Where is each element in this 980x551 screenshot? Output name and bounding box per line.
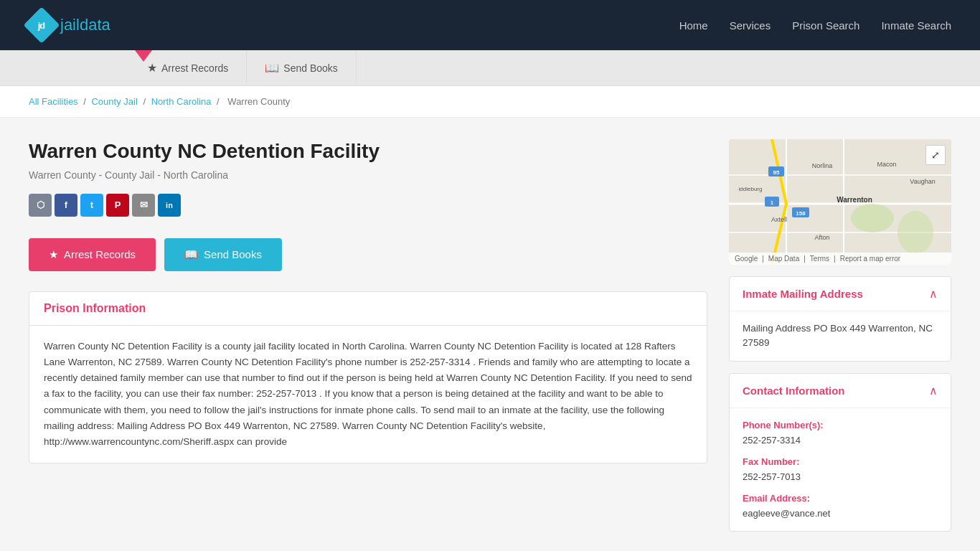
email-address-value: eagleeve@vance.net bbox=[743, 507, 938, 521]
share-icon[interactable]: ⬡ bbox=[29, 194, 52, 217]
send-books-label: Send Books bbox=[204, 248, 262, 260]
facility-subtitle: Warren County - County Jail - North Caro… bbox=[29, 169, 707, 181]
svg-text:Warrenton: Warrenton bbox=[837, 196, 872, 204]
phone-value: 252-257-3314 bbox=[743, 433, 938, 448]
svg-text:iddleburg: iddleburg bbox=[739, 186, 763, 192]
mailing-chevron-icon: ∧ bbox=[929, 287, 938, 301]
arrest-records-label: Arrest Records bbox=[64, 248, 136, 260]
pinterest-icon[interactable]: P bbox=[106, 194, 129, 217]
site-header: jd jaildata Home Services Prison Search … bbox=[0, 0, 980, 50]
breadcrumb-warren-county: Warren County bbox=[227, 96, 290, 107]
contact-info-heading: Contact Information bbox=[743, 385, 845, 397]
nav-services[interactable]: Services bbox=[730, 19, 771, 32]
breadcrumb-all-facilities[interactable]: All Facilities bbox=[29, 96, 78, 107]
svg-text:Macon: Macon bbox=[877, 161, 896, 168]
map-footer: Google | Map Data | Terms | Report a map… bbox=[729, 253, 951, 265]
logo-diamond: jd bbox=[24, 7, 60, 44]
contact-chevron-icon: ∧ bbox=[929, 384, 938, 397]
action-buttons: ★ Arrest Records 📖 Send Books bbox=[29, 238, 707, 271]
main-nav: Home Services Prison Search Inmate Searc… bbox=[679, 19, 951, 32]
arrest-records-button[interactable]: ★ Arrest Records bbox=[29, 238, 156, 271]
phone-label: Phone Number(s): bbox=[743, 418, 938, 433]
right-column: 95 158 1 Norlina Macon Vaughan iddleburg… bbox=[729, 139, 951, 543]
nav-inmate-search[interactable]: Inmate Search bbox=[881, 19, 951, 32]
linkedin-icon[interactable]: in bbox=[158, 194, 181, 217]
mailing-address-heading: Inmate Mailing Address bbox=[743, 288, 863, 300]
twitter-icon[interactable]: t bbox=[80, 194, 103, 217]
mailing-address-header[interactable]: Inmate Mailing Address ∧ bbox=[730, 277, 951, 311]
prison-info-header: Prison Information bbox=[29, 292, 707, 326]
logo-text: jaildata bbox=[60, 16, 110, 34]
star-icon: ★ bbox=[147, 61, 157, 75]
breadcrumb-county-jail[interactable]: County Jail bbox=[91, 96, 137, 107]
breadcrumb-sep-3: / bbox=[217, 96, 222, 107]
book-icon: 📖 bbox=[265, 61, 279, 75]
map-terms-label: Terms bbox=[810, 255, 829, 263]
subnav-triangle bbox=[135, 50, 152, 62]
logo[interactable]: jd jaildata bbox=[29, 12, 110, 38]
breadcrumb-north-carolina[interactable]: North Carolina bbox=[151, 96, 212, 107]
svg-text:Afton: Afton bbox=[814, 234, 829, 241]
prison-description: Warren County NC Detention Facility is a… bbox=[44, 339, 692, 451]
google-label: Google bbox=[735, 255, 758, 263]
contact-info-header[interactable]: Contact Information ∧ bbox=[730, 374, 951, 408]
map-expand-button[interactable]: ⤢ bbox=[925, 145, 946, 165]
fax-value: 252-257-7013 bbox=[743, 470, 938, 484]
svg-text:Norlina: Norlina bbox=[812, 162, 833, 169]
svg-point-19 bbox=[851, 204, 894, 232]
map-data-label: Map Data bbox=[768, 255, 799, 263]
svg-point-20 bbox=[897, 211, 933, 254]
arrest-star-icon: ★ bbox=[49, 248, 58, 261]
nav-home[interactable]: Home bbox=[679, 19, 708, 32]
send-books-button[interactable]: 📖 Send Books bbox=[164, 238, 282, 271]
svg-text:95: 95 bbox=[773, 169, 780, 176]
mailing-address-card: Inmate Mailing Address ∧ Mailing Address… bbox=[729, 276, 951, 362]
subnav-send-books[interactable]: 📖 Send Books bbox=[247, 50, 357, 85]
map-container[interactable]: 95 158 1 Norlina Macon Vaughan iddleburg… bbox=[729, 139, 951, 265]
breadcrumb-sep-1: / bbox=[83, 96, 88, 107]
svg-text:158: 158 bbox=[796, 210, 806, 217]
email-address-label: Email Address: bbox=[743, 491, 938, 506]
svg-text:Axtell: Axtell bbox=[771, 216, 787, 223]
send-book-icon: 📖 bbox=[184, 248, 198, 261]
nav-prison-search[interactable]: Prison Search bbox=[792, 19, 859, 32]
facebook-icon[interactable]: f bbox=[55, 194, 77, 217]
subnav: ★ Arrest Records 📖 Send Books bbox=[0, 50, 980, 86]
left-column: Warren County NC Detention Facility Warr… bbox=[29, 139, 707, 543]
fax-label: Fax Number: bbox=[743, 455, 938, 469]
prison-info-card: Prison Information Warren County NC Dete… bbox=[29, 291, 707, 464]
mailing-address-body: Mailing Address PO Box 449 Warrenton, NC… bbox=[730, 311, 951, 361]
contact-info-body: Phone Number(s): 252-257-3314 Fax Number… bbox=[730, 408, 951, 531]
map-svg: 95 158 1 Norlina Macon Vaughan iddleburg… bbox=[729, 139, 951, 265]
email-icon[interactable]: ✉ bbox=[132, 194, 155, 217]
prison-info-body: Warren County NC Detention Facility is a… bbox=[29, 326, 707, 463]
breadcrumb-sep-2: / bbox=[143, 96, 148, 107]
map-report-label: Report a map error bbox=[840, 255, 900, 263]
social-icons: ⬡ f t P ✉ in bbox=[29, 194, 707, 217]
subnav-send-label: Send Books bbox=[283, 62, 338, 74]
svg-text:Vaughan: Vaughan bbox=[910, 178, 935, 185]
main-layout: Warren County NC Detention Facility Warr… bbox=[0, 118, 980, 551]
svg-text:1: 1 bbox=[771, 200, 773, 205]
prison-info-heading: Prison Information bbox=[44, 302, 692, 315]
mailing-address-text: Mailing Address PO Box 449 Warrenton, NC… bbox=[743, 321, 938, 351]
facility-title: Warren County NC Detention Facility bbox=[29, 139, 707, 164]
logo-letters: jd bbox=[38, 20, 45, 31]
breadcrumb: All Facilities / County Jail / North Car… bbox=[0, 86, 980, 118]
contact-info-card: Contact Information ∧ Phone Number(s): 2… bbox=[729, 373, 951, 532]
subnav-arrest-label: Arrest Records bbox=[161, 62, 228, 74]
